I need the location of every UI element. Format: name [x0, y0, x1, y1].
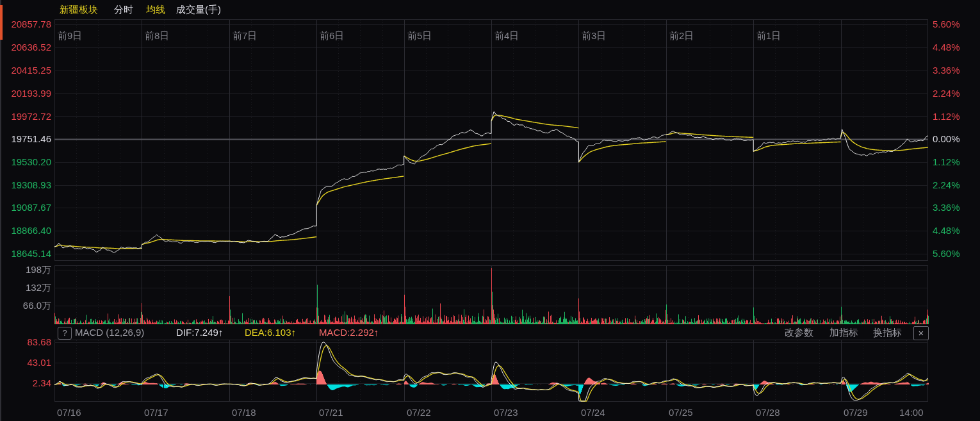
tab-average-line[interactable]: 均线	[146, 3, 165, 16]
price-axis-label: 19308.93	[0, 179, 51, 191]
price-axis-label: 18866.40	[0, 225, 51, 236]
x-axis-date: 07/22	[407, 407, 431, 418]
pct-axis-label: 4.48%	[933, 225, 960, 236]
x-axis-date: 07/24	[581, 407, 605, 418]
x-axis-date: 07/16	[57, 407, 81, 418]
trading-app: 新疆板块 分时 均线 成交量(手) 20857.78 20636.52 2041…	[0, 0, 980, 421]
pct-axis-label: 2.24%	[933, 88, 960, 99]
add-indicator-button[interactable]: 加指标	[829, 327, 858, 338]
x-axis-date: 07/29	[844, 407, 868, 418]
pct-axis-label: 1.12%	[933, 156, 960, 168]
tab-volume[interactable]: 成交量(手)	[176, 3, 221, 16]
chart-canvas[interactable]	[0, 0, 980, 421]
x-axis-date: 07/28	[756, 407, 780, 418]
pct-axis-label-zero: 0.00%	[933, 133, 960, 145]
change-params-button[interactable]: 改参数	[785, 327, 813, 338]
pct-axis-label: 4.48%	[933, 42, 960, 53]
macd-dea-value: DEA:6.103↑	[245, 327, 296, 338]
volume-axis-label: 198万	[0, 264, 51, 276]
pct-axis-label: 1.12%	[933, 111, 960, 122]
macd-axis-label: 43.01	[0, 357, 51, 368]
price-axis-label: 19087.67	[0, 202, 51, 213]
day-label: 前5日	[407, 30, 432, 42]
close-icon[interactable]: ×	[913, 326, 929, 340]
price-axis-label: 20857.78	[0, 19, 51, 30]
price-axis-label: 20193.99	[0, 88, 51, 99]
day-label: 前1日	[756, 30, 781, 42]
day-label: 前4日	[494, 30, 519, 42]
pct-axis-label: 2.24%	[933, 179, 960, 191]
price-axis-label-prevclose: 19751.46	[0, 133, 51, 145]
price-axis-label: 19530.20	[0, 156, 51, 168]
day-label: 前9日	[58, 30, 82, 42]
x-axis-current-time: 14:00	[899, 407, 924, 418]
price-axis-label: 19972.72	[0, 111, 51, 122]
pct-axis-label: 5.60%	[933, 19, 960, 30]
macd-indicator-label: MACD (12,26,9)	[75, 327, 144, 338]
switch-indicator-button[interactable]: 换指标	[873, 327, 902, 338]
macd-axis-label: 2.34	[0, 377, 51, 389]
pct-axis-label: 3.36%	[933, 202, 960, 213]
sector-title: 新疆板块	[60, 3, 98, 16]
x-axis-date: 07/21	[319, 407, 343, 418]
pct-axis-label: 3.36%	[933, 65, 960, 76]
day-label: 前3日	[582, 30, 606, 42]
macd-dif-value: DIF:7.249↑	[176, 327, 223, 338]
x-axis-date: 07/25	[669, 407, 693, 418]
x-axis-date: 07/23	[494, 407, 518, 418]
day-label: 前2日	[669, 30, 694, 42]
macd-hist-value: MACD:2.292↑	[319, 327, 379, 338]
x-axis-date: 07/17	[144, 407, 168, 418]
volume-axis-label: 66.0万	[0, 300, 51, 311]
tab-minute-chart[interactable]: 分时	[114, 3, 133, 16]
day-label: 前7日	[233, 30, 257, 42]
x-axis-date: 07/18	[232, 407, 256, 418]
price-axis-label: 18645.14	[0, 248, 51, 260]
help-icon[interactable]: ?	[58, 327, 72, 340]
day-label: 前6日	[320, 30, 344, 42]
price-axis-label: 20415.25	[0, 65, 51, 76]
pct-axis-label: 5.60%	[933, 248, 960, 260]
day-label: 前8日	[145, 30, 169, 42]
price-axis-label: 20636.52	[0, 42, 51, 53]
macd-axis-label: 83.68	[0, 336, 51, 348]
volume-axis-label: 132万	[0, 282, 51, 293]
